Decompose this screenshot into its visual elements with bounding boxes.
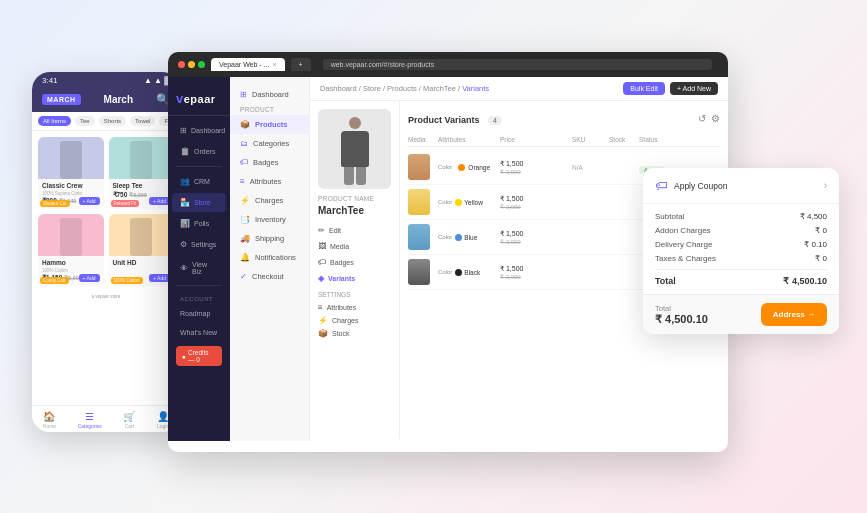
filter-shorts[interactable]: Shorts [99,116,126,126]
badges-icon: 🏷 [318,258,326,267]
nav-dashboard[interactable]: ⊞ Dashboard [230,85,309,104]
credits-label: Credits — 0 [188,349,216,363]
whatsnew-label: What's New [180,329,217,336]
add-to-cart-2[interactable]: + Add [149,197,170,205]
action-settings-stock[interactable]: 📦 Stock [318,327,391,340]
product-badge-3: Comfy Cott [40,277,69,284]
mobile-icons: ▲ ▲ ▓ [144,76,170,85]
sidebar-dashboard-label: Dashboard [191,127,225,134]
bulk-edit-button[interactable]: Bulk Edit [623,82,665,95]
nav-products-label: Products [255,120,288,129]
breadcrumb: Dashboard / Store / Products / MarchTee … [320,84,489,93]
nav-product-section: Product [230,104,309,115]
address-button[interactable]: Address → [761,303,827,326]
sidebar-item-orders[interactable]: 📋 Orders [172,142,226,161]
action-edit[interactable]: ✏ Edit [318,224,391,237]
sidebar-item-viewbiz[interactable]: 👁 View Biz [172,256,226,280]
nav-inventory[interactable]: 📑 Inventory [230,210,309,229]
variant-color-orange: Color Orange [438,164,498,171]
nav-checkout[interactable]: ✓ Checkout [230,267,309,286]
variant-original-price-orange: ₹ 3,000 [500,169,521,175]
list-item: Modern Cut Classic Crew 100% Supima Cott… [38,137,104,209]
sidebar-item-crm[interactable]: 👥 CRM [172,172,226,191]
action-settings-charges[interactable]: ⚡ Charges [318,314,391,327]
delivery-label: Delivery Charge [655,240,712,249]
nav-attributes-label: Attributes [250,177,282,186]
account-section-label: Account [168,290,230,304]
home-icon: 🏠 [43,411,55,422]
store-label: a vepaar store [32,292,180,301]
add-to-cart-4[interactable]: + Add [149,274,170,282]
nav-checkout-icon: ✓ [240,272,247,281]
action-media[interactable]: 🖼 Media [318,240,391,253]
variant-thumb-orange [408,154,430,180]
scene: 3:41 ▲ ▲ ▓ MARCH March 🔍 All Items Tee S… [0,0,867,513]
address-bar[interactable]: web.vepaar.com/#/store-products [323,59,712,70]
variant-original-price-blue: ₹ 3,000 [500,239,521,245]
orders-icon: 📋 [180,147,190,156]
minimize-window-dot[interactable] [188,61,195,68]
stock-icon: 📦 [318,329,328,338]
nav-categories[interactable]: ☰ Categories [78,411,102,429]
sidebar-item-polls[interactable]: 📊 Polls [172,214,226,233]
sidebar-crm-label: CRM [194,178,210,185]
color-label-black: Black [464,269,480,276]
order-footer: Total ₹ 4,500.10 Address → [643,294,839,334]
close-window-dot[interactable] [178,61,185,68]
product-image-container [318,109,391,189]
sidebar-item-store[interactable]: 🏪 Store [172,193,226,212]
variant-thumb-black [408,259,430,285]
refresh-icon[interactable]: ↺ [698,113,706,124]
nav-cart[interactable]: 🛒 Cart [123,411,135,429]
nav-charges[interactable]: ⚡ Charges [230,191,309,210]
person-legs [335,167,375,185]
nav-categories-icon: 🗂 [240,139,248,148]
credits-badge[interactable]: ● Credits — 0 [176,346,222,366]
vepaar-logo: vepaar [168,85,230,116]
filter-all[interactable]: All Items [38,116,71,126]
nav-categories[interactable]: 🗂 Categories [230,134,309,153]
filter-towel[interactable]: Towel [130,116,155,126]
maximize-window-dot[interactable] [198,61,205,68]
coupon-label: Apply Coupon [674,181,727,191]
nav-attributes[interactable]: ≡ Attributes [230,172,309,191]
product-image-4 [109,214,175,256]
product-badge-text-1: 100% Supima Cotto [42,191,100,196]
nav-charges-label: Charges [255,196,283,205]
action-badges[interactable]: 🏷 Badges [318,256,391,269]
nav-badges[interactable]: 🏷 Badges [230,153,309,172]
filter-tee[interactable]: Tee [75,116,95,126]
product-name-1: Classic Crew [42,182,100,189]
color-label-blue: Blue [464,234,477,241]
nav-shipping[interactable]: 🚚 Shipping [230,229,309,248]
sidebar-item-roadmap[interactable]: Roadmap [172,305,226,322]
action-settings-attributes[interactable]: ≡ Attributes [318,301,391,314]
variant-thumb-blue [408,224,430,250]
addon-row: Addon Charges ₹ 0 [655,226,827,235]
add-to-cart-1[interactable]: + Add [79,197,100,205]
nav-home[interactable]: 🏠 Home [43,411,56,429]
tab-close-icon[interactable]: × [272,61,276,68]
add-to-cart-3[interactable]: + Add [79,274,100,282]
sidebar-item-dashboard[interactable]: ⊞ Dashboard [172,121,226,140]
nav-dashboard-icon: ⊞ [240,90,247,99]
coupon-row[interactable]: 🏷 Apply Coupon › [643,168,839,204]
sidebar-item-whatsnew[interactable]: What's New [172,324,226,341]
nav-products[interactable]: 📦 Products [230,115,309,134]
add-new-button[interactable]: + Add New [670,82,718,95]
settings-variants-icon[interactable]: ⚙ [711,113,720,124]
store-icon: 🏪 [180,198,190,207]
col-price: Price [500,136,570,143]
tax-label: Taxes & Charges [655,254,716,263]
nav-notifications[interactable]: 🔔 Notifications [230,248,309,267]
color-dot-orange [458,164,465,171]
address-button-label: Address → [773,310,815,319]
badges-label: Badges [330,259,354,266]
nav-charges-icon: ⚡ [240,196,250,205]
browser-tab-active[interactable]: Vepaar Web - ... × [211,58,285,71]
action-variants[interactable]: ◈ Variants [318,272,391,285]
sidebar-item-settings[interactable]: ⚙ Settings [172,235,226,254]
view-biz-icon: 👁 [180,264,188,273]
sidebar-divider-2 [176,285,222,286]
browser-tab-new[interactable]: + [291,58,311,71]
